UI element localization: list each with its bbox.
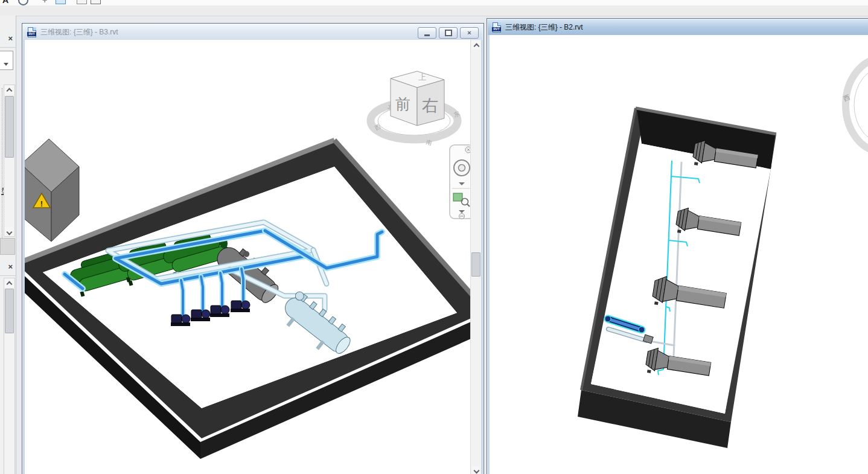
window-b2[interactable]: RVT 三维视图: {三维} - B2.rvt [487, 18, 868, 474]
scrollbar-thumb[interactable] [471, 252, 480, 277]
window-b2-titlebar[interactable]: RVT 三维视图: {三维} - B2.rvt [488, 19, 868, 35]
scrollbar-thumb[interactable] [5, 289, 14, 333]
viewcube-right-label[interactable]: 右 [422, 97, 438, 115]
compass-south-label[interactable]: 南 [425, 138, 433, 146]
window-b3[interactable]: RVT 三维视图: {三维} - B3.rvt × ! [22, 23, 484, 474]
type-selector-combobox[interactable] [0, 51, 13, 70]
window-b3-title: 三维视图: {三维} - B3.rvt [40, 27, 118, 37]
properties-palette-header: × [0, 31, 16, 48]
navbar-collapse-icon[interactable] [459, 214, 465, 219]
viewcube-front-label[interactable]: 前 [395, 95, 410, 112]
scene-b2: 西 [490, 35, 868, 474]
paste-box-icon[interactable] [91, 0, 101, 4]
ribbon-lower-band [0, 5, 868, 16]
scroll-up-button[interactable] [471, 40, 480, 50]
scroll-down-button[interactable] [471, 466, 480, 474]
close-icon: × [467, 30, 471, 36]
machine-room-walls[interactable] [25, 140, 471, 459]
viewcube-top-label[interactable]: 上 [418, 72, 426, 82]
scroll-up-button[interactable] [4, 278, 13, 287]
rvt-file-icon: RVT [492, 22, 502, 32]
navigation-bar[interactable] [450, 145, 471, 219]
rvt-file-icon: RVT [27, 27, 37, 37]
browser-palette-header: × [0, 260, 16, 276]
view-b3-vscrollbar[interactable] [470, 40, 481, 474]
pin-icon[interactable]: + [42, 0, 47, 5]
window-b3-titlebar[interactable]: RVT 三维视图: {三维} - B3.rvt × [23, 24, 483, 40]
scene-b3: ! [25, 40, 471, 474]
chevron-down-icon[interactable] [4, 63, 8, 66]
close-button[interactable]: × [460, 27, 479, 39]
minimize-button[interactable] [418, 27, 436, 39]
viewcube[interactable]: 西 北 南 东 前 右 上 [371, 71, 461, 147]
scroll-up-button[interactable] [4, 85, 13, 94]
view-b3-canvas[interactable]: ! [25, 40, 471, 474]
view-b2-canvas[interactable]: 西 [490, 35, 868, 474]
svg-text:!: ! [40, 199, 43, 208]
viewcube-compass-partial[interactable]: 西 [842, 58, 868, 152]
ribbon-bottom-sliver: A + [0, 0, 868, 5]
close-browser-icon[interactable]: × [8, 262, 13, 271]
text-tool-icon[interactable]: A [2, 0, 8, 5]
scrollbar-thumb[interactable] [5, 96, 14, 158]
gray-duct-box[interactable]: ! [25, 139, 79, 242]
globe-icon[interactable] [18, 0, 28, 5]
properties-scrollbar[interactable] [4, 85, 15, 237]
horizontal-scrollbar-thumb[interactable] [0, 238, 15, 255]
close-box-icon[interactable] [77, 0, 87, 4]
tree-guide-line [2, 88, 2, 239]
restore-icon [445, 30, 452, 36]
properties-palette-edge: × 型 [0, 16, 16, 260]
minimize-icon [424, 34, 430, 36]
browser-scrollbar[interactable] [4, 278, 15, 474]
close-properties-icon[interactable]: × [8, 34, 13, 43]
restore-button[interactable] [439, 27, 458, 39]
window-b2-title: 三维视图: {三维} - B2.rvt [505, 22, 583, 33]
steering-wheel-icon[interactable] [454, 160, 470, 176]
browser-palette-edge: × [0, 260, 16, 474]
scroll-down-button[interactable] [4, 227, 13, 236]
selected-tool-icon[interactable] [56, 0, 66, 4]
